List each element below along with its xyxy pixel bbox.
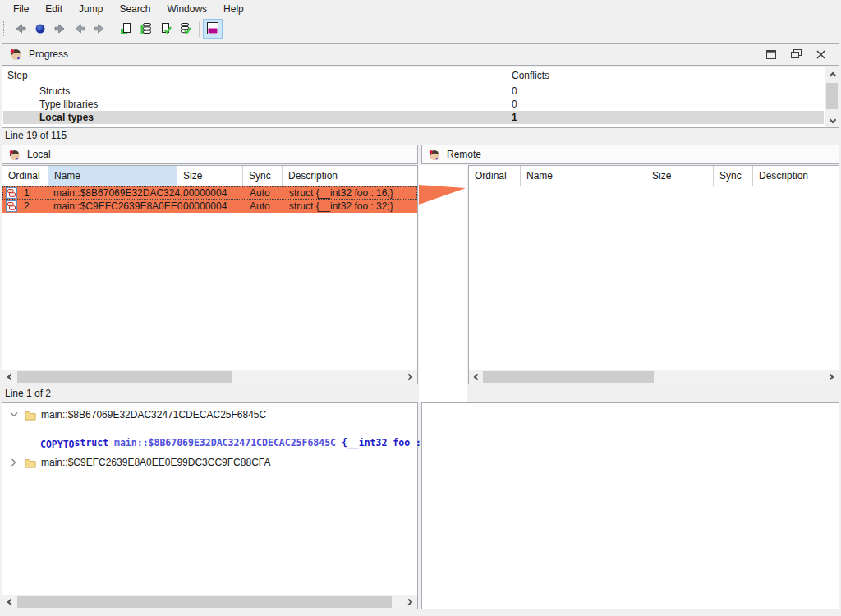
nav-back-icon[interactable] — [11, 19, 30, 39]
cell-sync: Auto — [243, 187, 283, 199]
code-keyword: struct — [75, 437, 114, 448]
menu-search[interactable]: Search — [111, 0, 159, 18]
step-label: Local types — [39, 112, 94, 123]
column-header-name[interactable]: Name — [48, 166, 177, 186]
scroll-left-icon[interactable] — [2, 595, 16, 609]
progress-row-structs[interactable]: Structs 0 — [3, 85, 824, 98]
struct-type-icon — [2, 200, 21, 212]
diff-view-icon[interactable] — [203, 19, 223, 39]
column-header-sync[interactable]: Sync — [714, 166, 753, 186]
float-icon[interactable] — [789, 48, 802, 61]
folder-icon — [25, 410, 36, 421]
menu-file[interactable]: File — [5, 0, 37, 18]
remote-hscrollbar[interactable] — [469, 370, 839, 384]
scroll-right-icon[interactable] — [403, 595, 417, 609]
remote-detail-panel — [421, 402, 839, 609]
nav-forward-icon[interactable] — [50, 19, 70, 39]
scroll-thumb[interactable] — [17, 596, 392, 608]
type-name-label: main::$8B67069E32DAC32471CDECAC25F6845C — [41, 409, 266, 421]
table-row[interactable]: 1 main::$8B67069E32DAC324... 00000004 Au… — [2, 186, 417, 200]
nav-current-icon[interactable] — [30, 19, 50, 39]
menu-jump[interactable]: Jump — [71, 0, 111, 18]
file-check-icon[interactable] — [156, 19, 176, 39]
menu-bar: File Edit Jump Search Windows Help — [0, 0, 841, 18]
column-header-size[interactable]: Size — [177, 166, 243, 186]
scroll-down-icon[interactable] — [825, 114, 839, 127]
tree-item-expanded[interactable]: main::$8B67069E32DAC32471CDECAC25F6845C — [2, 407, 417, 422]
scroll-left-icon[interactable] — [469, 370, 483, 384]
cell-description: struct {__int32 foo : 16;} — [283, 187, 417, 199]
scroll-thumb[interactable] — [17, 371, 232, 383]
remote-pane-header: Remote — [421, 145, 839, 164]
cell-ordinal: 1 — [21, 187, 48, 199]
cell-description: struct {__int32 foo : 32;} — [283, 200, 417, 212]
step-label: Type libraries — [39, 99, 98, 110]
local-types-table: Ordinal Name Size Sync Description 1 mai… — [2, 165, 418, 384]
maximize-icon[interactable] — [765, 48, 778, 61]
remote-types-table: Ordinal Name Size Sync Description — [468, 165, 839, 384]
struct-type-icon — [2, 187, 21, 199]
column-header-ordinal[interactable]: Ordinal — [469, 166, 521, 186]
tree-item-collapsed[interactable]: main::$C9EFC2639E8A0EE0E99DC3CC9FC88CFA — [2, 455, 417, 470]
toolbar — [0, 18, 841, 39]
merge-gutter — [419, 165, 467, 402]
ida-logo-icon — [9, 48, 22, 61]
progress-vscrollbar[interactable] — [825, 67, 839, 127]
ida-merge-window: File Edit Jump Search Windows Help — [0, 0, 841, 616]
table-row[interactable]: 2 main::$C9EFC2639E8A0EE0... 00000004 Au… — [2, 200, 417, 213]
toolbar-grip[interactable] — [3, 21, 7, 36]
progress-row-type-libraries[interactable]: Type libraries 0 — [3, 98, 824, 111]
line-status-top: Line 19 of 115 — [5, 130, 67, 143]
conflict-count: 0 — [512, 85, 517, 97]
close-icon[interactable] — [814, 48, 827, 61]
progress-table: Step Conflicts Structs 0 Type libraries … — [2, 67, 839, 128]
progress-title: Progress — [29, 48, 68, 60]
local-table-header: Ordinal Name Size Sync Description — [2, 166, 417, 186]
menu-edit[interactable]: Edit — [37, 0, 71, 18]
merge-direction-arrow-icon — [419, 184, 466, 206]
ida-logo-icon — [428, 149, 440, 161]
scroll-thumb[interactable] — [483, 371, 654, 383]
database-green-icon[interactable] — [136, 19, 156, 39]
cell-size: 00000004 — [177, 187, 243, 199]
column-header-description[interactable]: Description — [283, 166, 417, 186]
scroll-right-icon[interactable] — [825, 370, 839, 384]
column-header-ordinal[interactable]: Ordinal — [2, 166, 48, 186]
scroll-right-icon[interactable] — [403, 370, 417, 384]
merge-action-line[interactable]: COPYTO — [40, 439, 75, 450]
cell-name: main::$C9EFC2639E8A0EE0... — [48, 200, 177, 212]
cell-ordinal: 2 — [21, 200, 48, 212]
column-header-conflicts[interactable]: Conflicts — [512, 70, 549, 81]
menu-help[interactable]: Help — [215, 0, 252, 18]
cell-sync: Auto — [243, 200, 283, 212]
column-header-description[interactable]: Description — [753, 166, 839, 186]
scroll-thumb[interactable] — [826, 83, 838, 109]
column-header-size[interactable]: Size — [646, 166, 714, 186]
column-header-name[interactable]: Name — [521, 166, 646, 186]
step-label: Structs — [39, 85, 70, 97]
conflict-detail-panel: main::$8B67069E32DAC32471CDECAC25F6845C … — [2, 402, 418, 609]
progress-row-local-types[interactable]: Local types 1 — [3, 111, 824, 124]
code-type-name: main::$8B67069E32DAC32471CDECAC25F6845C — [114, 437, 342, 448]
column-header-sync[interactable]: Sync — [243, 166, 283, 186]
database-check-icon[interactable] — [176, 19, 195, 39]
ida-logo-icon — [8, 149, 21, 161]
cell-name: main::$8B67069E32DAC324... — [48, 187, 177, 199]
progress-titlebar: Progress — [2, 43, 839, 66]
jump-forward-icon[interactable] — [90, 19, 109, 39]
scroll-left-icon[interactable] — [2, 370, 16, 384]
jump-back-icon[interactable] — [70, 19, 90, 39]
local-hscrollbar[interactable] — [2, 370, 417, 384]
chevron-down-icon[interactable] — [9, 411, 19, 418]
chevron-right-icon[interactable] — [9, 458, 19, 467]
toolbar-separator — [199, 21, 200, 37]
toolbar-separator — [113, 21, 113, 37]
detail-hscrollbar[interactable] — [2, 595, 417, 609]
file-green-icon[interactable] — [117, 19, 136, 39]
column-header-step[interactable]: Step — [7, 70, 28, 81]
menu-windows[interactable]: Windows — [159, 0, 215, 18]
scroll-up-icon[interactable] — [825, 67, 839, 80]
folder-icon — [25, 457, 36, 468]
conflict-count: 1 — [512, 112, 517, 123]
type-name-label: main::$C9EFC2639E8A0EE0E99DC3CC9FC88CFA — [41, 457, 270, 468]
